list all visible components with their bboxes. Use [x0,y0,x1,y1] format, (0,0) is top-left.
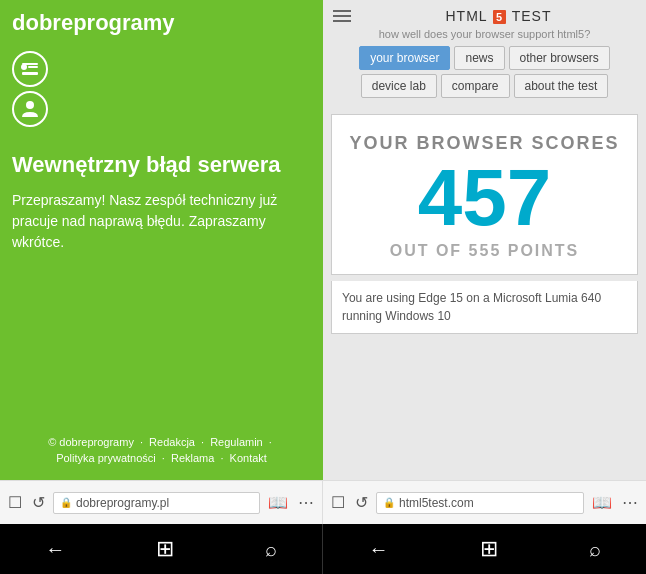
url-text-left: dobreprogramy.pl [76,496,169,510]
logo-plain: dobre [12,10,73,35]
footer-row-1: © dobreprogramy · Redakcja · Regulamin · [12,436,311,448]
site-title-pre: HTML [445,8,487,24]
left-body: Wewnętrzny błąd serwera Przepraszamy! Na… [0,132,323,426]
back-button-right[interactable]: ← [369,538,389,561]
left-panel: dobreprogramy Wewnętrzny błąd serwe [0,0,323,480]
url-text-right: html5test.com [399,496,474,510]
browser-bar-left: ☐ ↺ 🔒 dobreprogramy.pl 📖 ⋯ [0,481,323,524]
nav-btn-compare[interactable]: compare [441,74,510,98]
nav-bar: ← ⊞ ⌕ ← ⊞ ⌕ [0,524,646,574]
score-number: 457 [418,158,551,238]
nav-half-right: ← ⊞ ⌕ [323,524,646,574]
search-button-right[interactable]: ⌕ [589,538,601,561]
nav-btn-device-lab[interactable]: device lab [361,74,437,98]
error-description: Przepraszamy! Nasz zespół techniczny już… [12,190,311,253]
footer-reklama[interactable]: Reklama [171,452,214,464]
footer-copy: © dobreprogramy [48,436,134,448]
url-bar-right[interactable]: 🔒 html5test.com [376,492,584,514]
footer-redakcja[interactable]: Redakcja [149,436,195,448]
tab-icon-left[interactable]: ☐ [6,491,24,514]
refresh-icon-left[interactable]: ↺ [30,491,47,514]
home-button-left[interactable]: ⊞ [156,536,174,562]
site-title-post: TEST [512,8,552,24]
browser-bars: ☐ ↺ 🔒 dobreprogramy.pl 📖 ⋯ ☐ ↺ 🔒 html5te… [0,480,646,524]
lock-icon-right: 🔒 [383,497,395,508]
svg-rect-0 [22,72,38,75]
user-icon-1[interactable] [12,51,48,87]
nav-half-left: ← ⊞ ⌕ [0,524,323,574]
left-header: dobreprogramy [0,0,323,46]
footer-polityka[interactable]: Polityka prywatności [56,452,156,464]
logo-text: dobreprogramy [12,10,175,36]
site-title: HTML 5 TEST [361,8,636,24]
logo-bold: programy [73,10,174,35]
nav-buttons: your browser news other browsers device … [333,46,636,102]
home-button-right[interactable]: ⊞ [480,536,498,562]
nav-btn-about-test[interactable]: about the test [514,74,609,98]
lock-icon-left: 🔒 [60,497,72,508]
score-card: YOUR BROWSER SCORES 457 OUT OF 555 POINT… [331,114,638,275]
url-bar-left[interactable]: 🔒 dobreprogramy.pl [53,492,260,514]
nav-btn-your-browser[interactable]: your browser [359,46,450,70]
score-info: You are using Edge 15 on a Microsoft Lum… [331,281,638,334]
svg-point-4 [26,101,34,109]
book-icon-left[interactable]: 📖 [266,491,290,514]
right-header: HTML 5 TEST how well does your browser s… [323,0,646,108]
right-panel: HTML 5 TEST how well does your browser s… [323,0,646,480]
user-icons-area [0,46,323,132]
refresh-icon-right[interactable]: ↺ [353,491,370,514]
footer-regulamin[interactable]: Regulamin [210,436,263,448]
user-icon-2[interactable] [12,91,48,127]
book-icon-right[interactable]: 📖 [590,491,614,514]
footer-row-2: Polityka prywatności · Reklama · Kontakt [12,452,311,464]
score-out-of: OUT OF 555 POINTS [390,242,580,260]
nav-btn-news[interactable]: news [454,46,504,70]
hamburger-row: HTML 5 TEST [333,8,636,24]
score-label: YOUR BROWSER SCORES [349,133,619,154]
error-title: Wewnętrzny błąd serwera [12,152,311,178]
browser-bar-right: ☐ ↺ 🔒 html5test.com 📖 ⋯ [323,481,646,524]
hamburger-menu[interactable] [333,10,351,22]
site-subtitle: how well does your browser support html5… [333,28,636,40]
svg-rect-2 [28,66,38,68]
search-button-left[interactable]: ⌕ [265,538,277,561]
back-button-left[interactable]: ← [45,538,65,561]
footer-kontakt[interactable]: Kontakt [230,452,267,464]
tab-icon-right[interactable]: ☐ [329,491,347,514]
more-icon-left[interactable]: ⋯ [296,491,316,514]
svg-point-3 [21,64,27,70]
html5-badge: 5 [493,10,506,24]
nav-btn-other-browsers[interactable]: other browsers [509,46,610,70]
left-footer: © dobreprogramy · Redakcja · Regulamin ·… [0,426,323,480]
more-icon-right[interactable]: ⋯ [620,491,640,514]
